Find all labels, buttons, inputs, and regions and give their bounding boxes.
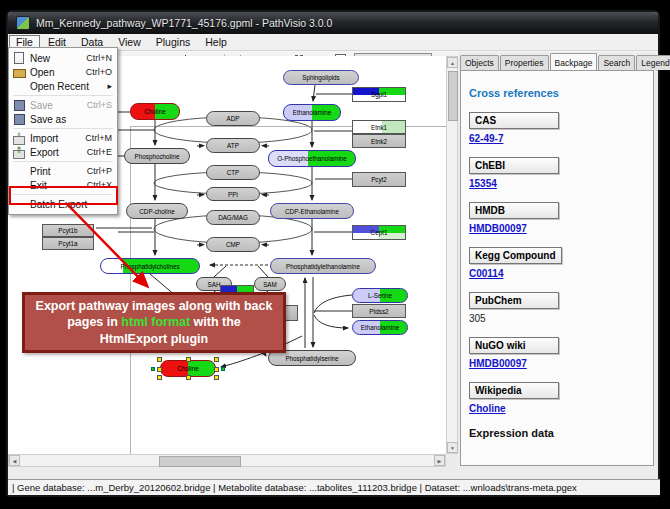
status-text: | Gene database: ...m_Derby_20120602.bri… xyxy=(12,482,577,493)
tab-objects[interactable]: Objects xyxy=(460,55,499,70)
selection-handle[interactable] xyxy=(157,357,162,362)
side-panel: ObjectsPropertiesBackpageSearchLegend Cr… xyxy=(458,52,656,468)
xref-header: Kegg Compound xyxy=(469,247,562,264)
tab-search[interactable]: Search xyxy=(598,55,635,70)
menu-item-shortcut: Ctrl+N xyxy=(86,53,112,63)
node-sam[interactable]: SAM xyxy=(254,277,286,291)
anchor-handle[interactable] xyxy=(221,367,225,371)
node-sphingolipids[interactable]: Sphingolipids xyxy=(283,70,359,85)
scroll-down-button[interactable]: ▼ xyxy=(447,442,458,453)
node-choline-top[interactable]: Choline xyxy=(130,103,180,120)
scroll-left-button[interactable]: ◀ xyxy=(9,455,20,466)
node-pcyt1a[interactable]: Pcyt1a xyxy=(42,237,94,250)
selection-handle[interactable] xyxy=(214,357,219,362)
menu-item-label: Open xyxy=(30,67,54,78)
node-atp[interactable]: ATP xyxy=(206,138,260,153)
node-l-serine[interactable]: L-Serine xyxy=(352,288,408,303)
node-phosphocholine[interactable]: Phosphocholine xyxy=(124,148,190,164)
node-label: Sgpl1 xyxy=(371,91,387,98)
horizontal-scroll-thumb[interactable] xyxy=(159,456,241,467)
xref-section-chebi: ChEBI15354 xyxy=(469,155,645,189)
xref-link[interactable]: HMDB00097 xyxy=(469,358,645,369)
node-adp[interactable]: ADP xyxy=(206,111,260,126)
node-cdp-choline[interactable]: CDP-choline xyxy=(126,203,188,219)
horizontal-scrollbar[interactable]: ◀ ▶ xyxy=(8,454,446,467)
xref-value: 305 xyxy=(469,313,645,324)
expression-data-heading: Expression data xyxy=(469,427,645,439)
menu-item-print[interactable]: PrintCtrl+P xyxy=(9,164,117,178)
anchor-handle[interactable] xyxy=(151,367,155,371)
xref-header: NuGO wiki xyxy=(469,337,559,354)
scroll-right-button[interactable]: ▶ xyxy=(434,455,445,466)
tab-legend[interactable]: Legend xyxy=(636,55,670,70)
node-label: CDP-choline xyxy=(139,208,174,215)
menu-item-label: Export xyxy=(30,147,59,158)
menu-item-new[interactable]: NewCtrl+N xyxy=(9,51,117,65)
menu-separator xyxy=(13,161,113,162)
selection-handle[interactable] xyxy=(157,375,162,380)
xref-link[interactable]: 62-49-7 xyxy=(469,133,645,144)
node-ppi[interactable]: PPi xyxy=(206,187,260,201)
xref-section-pubchem: PubChem305 xyxy=(469,290,645,324)
node-label: Phosphatidylserine xyxy=(285,355,338,362)
menu-separator xyxy=(13,194,113,195)
selection-handle[interactable] xyxy=(186,357,191,362)
menu-item-shortcut: Ctrl+P xyxy=(87,166,112,176)
scroll-up-button[interactable]: ▲ xyxy=(447,57,458,68)
node-ethanolamine-top[interactable]: Ethanolamine xyxy=(283,104,341,121)
tab-backpage[interactable]: Backpage xyxy=(550,53,598,70)
node-label: SAH xyxy=(208,281,221,288)
vertical-scrollbar[interactable]: ▲ ▼ xyxy=(446,56,458,454)
node-etnk1[interactable]: Etnk1 xyxy=(352,120,406,134)
xref-section-cas: CAS62-49-7 xyxy=(469,110,645,144)
new-document-icon xyxy=(12,52,26,64)
tab-properties[interactable]: Properties xyxy=(500,55,549,70)
menu-item-shortcut: Ctrl+E xyxy=(87,147,112,157)
node-pcyt2[interactable]: Pcyt2 xyxy=(352,172,406,187)
xref-link[interactable]: HMDB00097 xyxy=(469,223,645,234)
node-phosphatidylcholines[interactable]: Phosphatidylcholines xyxy=(100,258,200,274)
menu-item-export[interactable]: ExportCtrl+E xyxy=(9,145,117,159)
menu-item-label: Save as xyxy=(30,114,66,125)
node-o-phosphoethanolamine[interactable]: O-Phosphoethanolamine xyxy=(268,150,356,167)
xref-link[interactable]: 15354 xyxy=(469,178,645,189)
node-pcyt1b[interactable]: Pcyt1b xyxy=(42,224,94,237)
node-sgpl1[interactable]: Sgpl1 xyxy=(352,87,406,102)
screenshot-root: Mm_Kennedy_pathway_WP1771_45176.gpml - P… xyxy=(0,0,670,509)
menu-item-shortcut: Ctrl+S xyxy=(87,100,112,110)
selection-handle[interactable] xyxy=(186,375,191,380)
menu-item-save[interactable]: SaveCtrl+S xyxy=(9,98,117,112)
node-label: ATP xyxy=(227,142,239,149)
node-cdp-ethanolamine[interactable]: CDP-Ethanolamine xyxy=(270,203,354,219)
node-label: Phosphatidylcholines xyxy=(120,263,179,270)
menu-item-import[interactable]: ImportCtrl+M xyxy=(9,131,117,145)
cross-references-heading: Cross references xyxy=(469,87,645,99)
menu-item-save-as[interactable]: Save as xyxy=(9,112,117,126)
node-etnk2[interactable]: Etnk2 xyxy=(352,134,406,148)
menu-item-open-recent[interactable]: Open Recent▸ xyxy=(9,79,117,93)
node-phosphatidylethanolamine[interactable]: Phosphatidylethanolamine xyxy=(270,258,376,274)
node-label: Ptdss2 xyxy=(369,308,388,315)
selection-handle[interactable] xyxy=(214,367,219,372)
menu-item-exit[interactable]: ExitCtrl+X xyxy=(9,178,117,192)
menu-item-batch-export[interactable]: Batch Export xyxy=(9,197,117,211)
node-ptdss2[interactable]: Ptdss2 xyxy=(352,304,406,318)
menu-item-label: Open Recent xyxy=(30,81,89,92)
node-dag-mag[interactable]: DAG/MAG xyxy=(206,210,260,225)
annotation-line2-post: with the xyxy=(190,315,241,329)
node-cmp[interactable]: CMP xyxy=(206,237,260,252)
menu-item-open[interactable]: OpenCtrl+O xyxy=(9,65,117,79)
selection-handle[interactable] xyxy=(214,375,219,380)
node-ctp[interactable]: CTP xyxy=(206,165,260,180)
xref-header: Wikipedia xyxy=(469,382,559,399)
node-ethanolamine-bottom[interactable]: Ethanolamine xyxy=(352,320,408,335)
annotation-callout: Export pathway images along with back pa… xyxy=(22,292,286,353)
node-label: Choline xyxy=(177,365,198,372)
vertical-scroll-thumb[interactable] xyxy=(448,71,458,121)
xref-link[interactable]: C00114 xyxy=(469,268,645,279)
node-label: Choline xyxy=(144,108,165,115)
node-cept1[interactable]: Cept1 xyxy=(352,225,406,240)
xref-link[interactable]: Choline xyxy=(469,403,645,414)
node-label: Pcyt1a xyxy=(58,240,77,247)
selection-handle[interactable] xyxy=(157,367,162,372)
